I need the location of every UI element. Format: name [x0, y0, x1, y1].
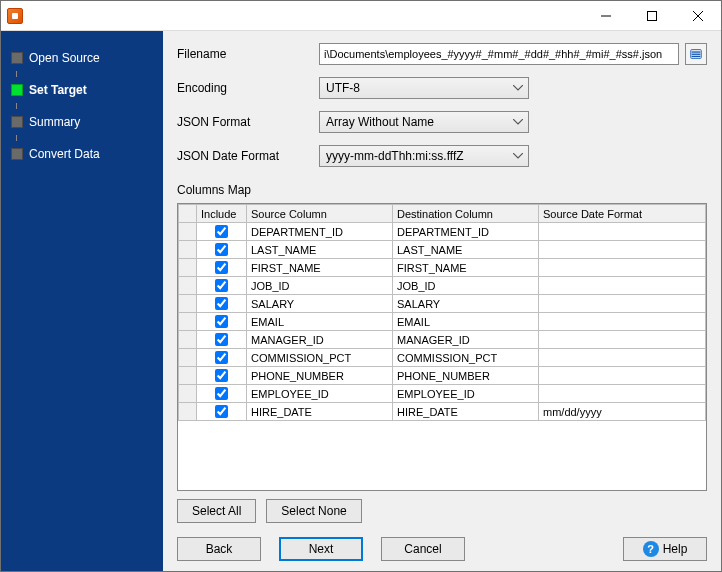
source-column-cell[interactable]: LAST_NAME — [247, 241, 393, 259]
include-checkbox[interactable] — [215, 297, 228, 310]
include-checkbox[interactable] — [215, 279, 228, 292]
include-checkbox[interactable] — [215, 369, 228, 382]
row-header[interactable] — [179, 403, 197, 421]
col-destination[interactable]: Destination Column — [393, 205, 539, 223]
filename-input[interactable] — [319, 43, 679, 65]
step-open-source[interactable]: Open Source — [1, 45, 163, 71]
include-cell[interactable] — [197, 223, 247, 241]
col-source[interactable]: Source Column — [247, 205, 393, 223]
row-header[interactable] — [179, 349, 197, 367]
destination-column-cell[interactable]: FIRST_NAME — [393, 259, 539, 277]
row-header[interactable] — [179, 241, 197, 259]
step-summary[interactable]: Summary — [1, 109, 163, 135]
source-date-format-cell[interactable] — [539, 223, 706, 241]
table-row[interactable]: EMPLOYEE_IDEMPLOYEE_ID — [179, 385, 706, 403]
include-checkbox[interactable] — [215, 333, 228, 346]
minimize-button[interactable] — [583, 1, 629, 31]
select-all-button[interactable]: Select All — [177, 499, 256, 523]
row-header[interactable] — [179, 223, 197, 241]
source-column-cell[interactable]: DEPARTMENT_ID — [247, 223, 393, 241]
source-date-format-cell[interactable]: mm/dd/yyyy — [539, 403, 706, 421]
source-column-cell[interactable]: EMAIL — [247, 313, 393, 331]
row-header[interactable] — [179, 313, 197, 331]
include-checkbox[interactable] — [215, 387, 228, 400]
table-row[interactable]: FIRST_NAMEFIRST_NAME — [179, 259, 706, 277]
row-header[interactable] — [179, 295, 197, 313]
columns-map-grid[interactable]: Include Source Column Destination Column… — [177, 203, 707, 491]
row-header[interactable] — [179, 277, 197, 295]
source-column-cell[interactable]: PHONE_NUMBER — [247, 367, 393, 385]
source-date-format-cell[interactable] — [539, 313, 706, 331]
include-cell[interactable] — [197, 367, 247, 385]
include-cell[interactable] — [197, 313, 247, 331]
destination-column-cell[interactable]: HIRE_DATE — [393, 403, 539, 421]
source-date-format-cell[interactable] — [539, 331, 706, 349]
destination-column-cell[interactable]: SALARY — [393, 295, 539, 313]
include-cell[interactable] — [197, 277, 247, 295]
source-date-format-cell[interactable] — [539, 241, 706, 259]
step-set-target[interactable]: Set Target — [1, 77, 163, 103]
destination-column-cell[interactable]: EMAIL — [393, 313, 539, 331]
table-row[interactable]: SALARYSALARY — [179, 295, 706, 313]
table-row[interactable]: EMAILEMAIL — [179, 313, 706, 331]
source-column-cell[interactable]: FIRST_NAME — [247, 259, 393, 277]
include-cell[interactable] — [197, 331, 247, 349]
source-column-cell[interactable]: COMMISSION_PCT — [247, 349, 393, 367]
cancel-button[interactable]: Cancel — [381, 537, 465, 561]
back-button[interactable]: Back — [177, 537, 261, 561]
maximize-button[interactable] — [629, 1, 675, 31]
row-header[interactable] — [179, 367, 197, 385]
col-include[interactable]: Include — [197, 205, 247, 223]
next-button[interactable]: Next — [279, 537, 363, 561]
destination-column-cell[interactable]: DEPARTMENT_ID — [393, 223, 539, 241]
include-checkbox[interactable] — [215, 261, 228, 274]
source-date-format-cell[interactable] — [539, 277, 706, 295]
source-column-cell[interactable]: MANAGER_ID — [247, 331, 393, 349]
source-date-format-cell[interactable] — [539, 259, 706, 277]
col-source-date-format[interactable]: Source Date Format — [539, 205, 706, 223]
source-date-format-cell[interactable] — [539, 295, 706, 313]
table-row[interactable]: LAST_NAMELAST_NAME — [179, 241, 706, 259]
destination-column-cell[interactable]: LAST_NAME — [393, 241, 539, 259]
include-checkbox[interactable] — [215, 243, 228, 256]
table-row[interactable]: JOB_IDJOB_ID — [179, 277, 706, 295]
row-header[interactable] — [179, 259, 197, 277]
json-date-format-combo[interactable]: yyyy-mm-ddThh:mi:ss.fffZ — [319, 145, 529, 167]
include-cell[interactable] — [197, 349, 247, 367]
help-button[interactable]: ? Help — [623, 537, 707, 561]
row-header[interactable] — [179, 385, 197, 403]
source-column-cell[interactable]: EMPLOYEE_ID — [247, 385, 393, 403]
json-format-combo[interactable]: Array Without Name — [319, 111, 529, 133]
source-column-cell[interactable]: SALARY — [247, 295, 393, 313]
destination-column-cell[interactable]: JOB_ID — [393, 277, 539, 295]
row-header[interactable] — [179, 331, 197, 349]
source-date-format-cell[interactable] — [539, 367, 706, 385]
include-cell[interactable] — [197, 241, 247, 259]
source-column-cell[interactable]: JOB_ID — [247, 277, 393, 295]
include-checkbox[interactable] — [215, 351, 228, 364]
destination-column-cell[interactable]: MANAGER_ID — [393, 331, 539, 349]
select-none-button[interactable]: Select None — [266, 499, 361, 523]
table-row[interactable]: PHONE_NUMBERPHONE_NUMBER — [179, 367, 706, 385]
include-cell[interactable] — [197, 403, 247, 421]
include-cell[interactable] — [197, 385, 247, 403]
destination-column-cell[interactable]: COMMISSION_PCT — [393, 349, 539, 367]
source-column-cell[interactable]: HIRE_DATE — [247, 403, 393, 421]
table-row[interactable]: COMMISSION_PCTCOMMISSION_PCT — [179, 349, 706, 367]
source-date-format-cell[interactable] — [539, 349, 706, 367]
include-checkbox[interactable] — [215, 315, 228, 328]
encoding-combo[interactable]: UTF-8 — [319, 77, 529, 99]
include-cell[interactable] — [197, 259, 247, 277]
browse-button[interactable] — [685, 43, 707, 65]
include-checkbox[interactable] — [215, 405, 228, 418]
destination-column-cell[interactable]: PHONE_NUMBER — [393, 367, 539, 385]
step-convert-data[interactable]: Convert Data — [1, 141, 163, 167]
table-row[interactable]: DEPARTMENT_IDDEPARTMENT_ID — [179, 223, 706, 241]
table-row[interactable]: MANAGER_IDMANAGER_ID — [179, 331, 706, 349]
include-checkbox[interactable] — [215, 225, 228, 238]
source-date-format-cell[interactable] — [539, 385, 706, 403]
table-row[interactable]: HIRE_DATEHIRE_DATEmm/dd/yyyy — [179, 403, 706, 421]
destination-column-cell[interactable]: EMPLOYEE_ID — [393, 385, 539, 403]
close-button[interactable] — [675, 1, 721, 31]
include-cell[interactable] — [197, 295, 247, 313]
